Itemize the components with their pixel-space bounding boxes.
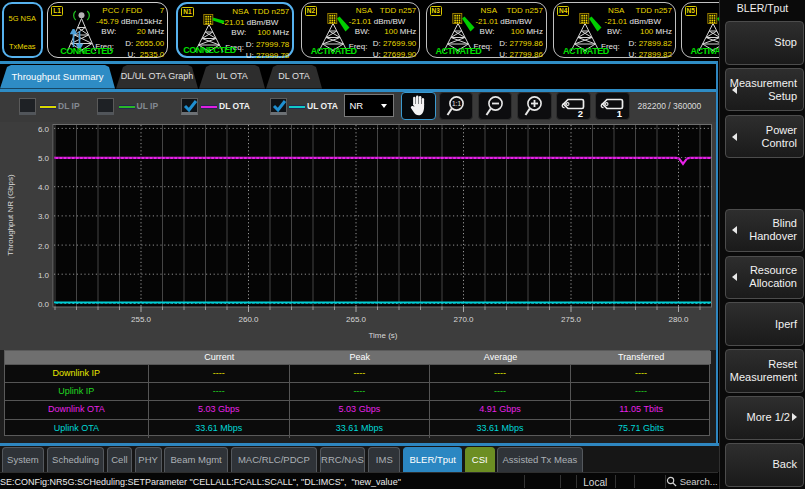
svg-text:2.0: 2.0 bbox=[38, 242, 50, 251]
svg-text:260.0: 260.0 bbox=[238, 315, 259, 324]
svg-text:Time (s): Time (s) bbox=[368, 331, 397, 340]
svg-text:265.0: 265.0 bbox=[346, 315, 367, 324]
svg-text:270.0: 270.0 bbox=[453, 315, 474, 324]
svg-text:1: 1 bbox=[617, 108, 623, 119]
svg-text:3.0: 3.0 bbox=[38, 212, 50, 221]
svg-text:6.0: 6.0 bbox=[38, 125, 50, 134]
svg-text:5.0: 5.0 bbox=[38, 154, 50, 163]
svg-text:2: 2 bbox=[578, 108, 583, 119]
svg-text:Throughput NR (Gbps): Throughput NR (Gbps) bbox=[6, 174, 15, 256]
svg-text:255.0: 255.0 bbox=[131, 315, 152, 324]
svg-text:0.0: 0.0 bbox=[38, 300, 50, 309]
svg-text:275.0: 275.0 bbox=[561, 315, 582, 324]
svg-text:1.0: 1.0 bbox=[38, 271, 50, 280]
svg-text:4.0: 4.0 bbox=[38, 183, 50, 192]
svg-text:1:1: 1:1 bbox=[452, 100, 461, 107]
svg-text:280.0: 280.0 bbox=[668, 315, 689, 324]
